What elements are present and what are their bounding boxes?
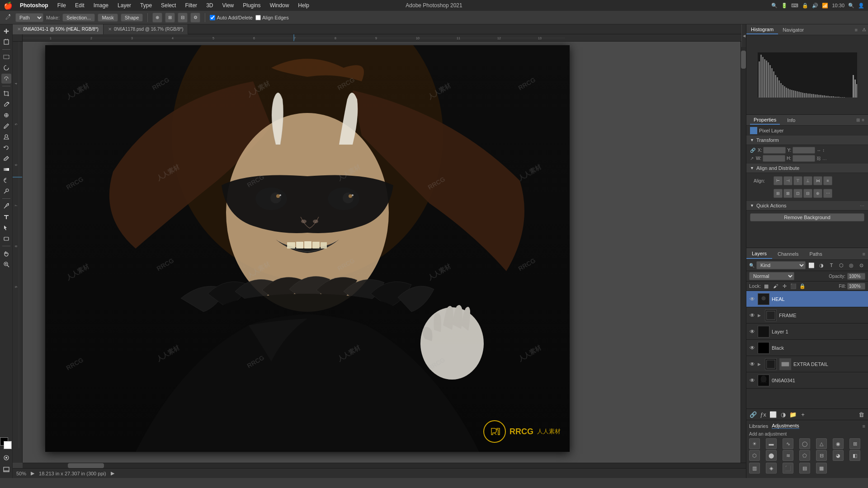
adj-selective-color-icon[interactable]: ◈ <box>766 463 777 474</box>
tab-libraries[interactable]: Libraries <box>749 423 768 429</box>
adj-hsl-icon[interactable]: ◉ <box>833 438 844 449</box>
gradient-tool[interactable] <box>1 164 11 174</box>
transform-x-input[interactable] <box>763 147 786 154</box>
quick-actions-header[interactable]: ▼ Quick Actions ⋯ <box>746 201 868 211</box>
transform-w-input[interactable] <box>763 155 785 162</box>
tab-info[interactable]: Info <box>783 116 799 124</box>
menu-filter[interactable]: Filter <box>181 1 201 9</box>
eraser-tool[interactable] <box>1 154 11 164</box>
transform-flip-v-icon[interactable]: ↕ <box>822 148 825 153</box>
adj-cb-icon[interactable]: ⊞ <box>849 438 860 449</box>
layer-black[interactable]: 👁 Black <box>746 340 868 356</box>
new-layer-btn[interactable]: + <box>799 410 807 418</box>
adj-color-lookup-icon[interactable]: ⬠ <box>799 450 810 461</box>
adj-pattern-icon[interactable]: ▦ <box>816 463 827 474</box>
layer-filter-select[interactable]: Kind <box>756 261 806 269</box>
align-edges-checkbox[interactable] <box>255 15 261 20</box>
menu-window[interactable]: Window <box>266 1 293 9</box>
adj-invert-icon[interactable]: ⊟ <box>816 450 827 461</box>
brush-tool[interactable] <box>1 121 11 131</box>
make-selection-btn[interactable]: Selection... <box>62 14 95 22</box>
pen-tool[interactable] <box>1 201 11 211</box>
path-align-btn[interactable]: ⊞ <box>165 13 175 23</box>
add-style-btn[interactable]: ƒx <box>759 410 767 418</box>
tab-channels[interactable]: Channels <box>772 249 804 258</box>
dist-center-v-btn[interactable]: ⊕ <box>813 189 822 198</box>
dist-left-btn[interactable]: ⊞ <box>774 189 783 198</box>
quick-actions-more[interactable]: ⋯ <box>860 203 864 208</box>
filter-pixel-btn[interactable]: ⬜ <box>807 261 816 269</box>
filter-smart-btn[interactable]: ◎ <box>847 261 855 269</box>
quick-mask-btn[interactable] <box>1 453 11 463</box>
type-tool[interactable] <box>1 212 11 222</box>
adj-bw-icon[interactable]: ⬡ <box>749 450 760 461</box>
menu-layer[interactable]: Layer <box>114 1 135 9</box>
align-left-btn[interactable]: ⊢ <box>774 176 783 185</box>
adj-gradient-map-icon[interactable]: ▥ <box>749 463 760 474</box>
align-bottom-btn[interactable]: ≡ <box>823 176 832 185</box>
align-edges-label[interactable]: Align Edges <box>255 15 289 20</box>
make-mask-btn[interactable]: Mask <box>98 14 118 22</box>
lock-artboard-btn[interactable]: ⬛ <box>790 282 797 290</box>
layer-frame[interactable]: 👁 ▶ FRAME <box>746 307 868 324</box>
dist-right-btn[interactable]: ⊡ <box>793 189 802 198</box>
layer-extra-expand[interactable]: ▶ <box>758 362 761 366</box>
adj-posterize-icon[interactable]: ◕ <box>833 450 844 461</box>
shape-tool[interactable] <box>1 234 11 244</box>
layer-1[interactable]: 👁 Layer 1 <box>746 324 868 340</box>
layer-frame-visibility[interactable]: 👁 <box>749 312 755 319</box>
new-fill-adj-btn[interactable]: ◑ <box>779 410 787 418</box>
path-ops-btn[interactable]: ⊕ <box>152 13 162 23</box>
opacity-input[interactable] <box>847 273 865 280</box>
layer-frame-expand[interactable]: ▶ <box>758 313 761 318</box>
menu-edit[interactable]: Edit <box>71 1 88 9</box>
align-section-header[interactable]: ▼ Align and Distribute <box>746 164 868 173</box>
props-expand-icon[interactable]: ⊞ <box>856 117 860 122</box>
filter-adj-btn[interactable]: ◑ <box>817 261 826 269</box>
make-shape-btn[interactable]: Shape <box>121 14 143 22</box>
align-right-btn[interactable]: ⊤ <box>793 176 802 185</box>
tab-layers[interactable]: Layers <box>746 249 772 259</box>
apple-menu[interactable]: 🍎 <box>4 1 13 10</box>
lasso-tool[interactable] <box>1 63 11 73</box>
tab-paths[interactable]: Paths <box>804 249 828 258</box>
adj-vibrance-icon[interactable]: △ <box>816 438 827 449</box>
adj-curves-icon[interactable]: ∿ <box>783 438 793 449</box>
menu-file[interactable]: File <box>54 1 70 9</box>
new-group-btn[interactable]: 📁 <box>789 410 797 418</box>
menu-search-icon[interactable]: 🔍 <box>771 3 778 9</box>
tab-heal[interactable]: ✕ 0N6A0341-1 @ 50% (HEAL, RGB/8*) <box>13 24 104 34</box>
adj-brightness-icon[interactable]: ☀ <box>749 438 760 449</box>
adj-menu-icon[interactable]: ≡ <box>863 423 865 429</box>
layer-black-visibility[interactable]: 👁 <box>749 345 755 351</box>
menu-plugins[interactable]: Plugins <box>239 1 264 9</box>
filter-type-btn[interactable]: T <box>827 261 835 269</box>
menu-view[interactable]: View <box>218 1 237 9</box>
blend-mode-select[interactable]: Normal <box>749 272 794 280</box>
zoom-tool[interactable] <box>1 259 11 269</box>
scrollbar-vertical[interactable] <box>741 42 746 463</box>
adj-levels-icon[interactable]: ▬ <box>766 438 777 449</box>
filter-toggle-btn[interactable]: ⊙ <box>857 261 865 269</box>
healing-brush-tool[interactable] <box>1 110 11 120</box>
adj-threshold-icon[interactable]: ◧ <box>849 450 860 461</box>
adj-exposure-icon[interactable]: ◯ <box>799 438 810 449</box>
transform-section-header[interactable]: ▼ Transform <box>746 136 868 145</box>
adj-photo-filter-icon[interactable]: ⬤ <box>766 450 777 461</box>
eyedropper-tool[interactable] <box>1 99 11 109</box>
menu-type[interactable]: Type <box>137 1 156 9</box>
transform-more-icon[interactable]: … <box>822 156 827 161</box>
tab-1178[interactable]: ✕ 0N6A1178.psd @ 16.7% (RGB/8*) <box>104 24 189 34</box>
layer-extra-visibility[interactable]: 👁 <box>749 361 755 367</box>
quick-select-tool[interactable] <box>1 74 11 84</box>
dodge-tool[interactable] <box>1 186 11 196</box>
delete-layer-btn[interactable]: 🗑 <box>857 410 865 418</box>
transform-constrain-icon[interactable]: ⛓ <box>816 156 821 161</box>
tab-histogram[interactable]: Histogram <box>746 25 778 34</box>
align-center-v-btn[interactable]: ⋈ <box>813 176 822 185</box>
layer-heal-visibility[interactable]: 👁 <box>749 296 755 302</box>
filter-shape-btn[interactable]: ⬡ <box>837 261 845 269</box>
scrollbar-horizontal[interactable] <box>23 463 746 468</box>
tab-1178-close[interactable]: ✕ <box>108 27 112 32</box>
layer-0n6a-visibility[interactable]: 👁 <box>749 377 755 384</box>
